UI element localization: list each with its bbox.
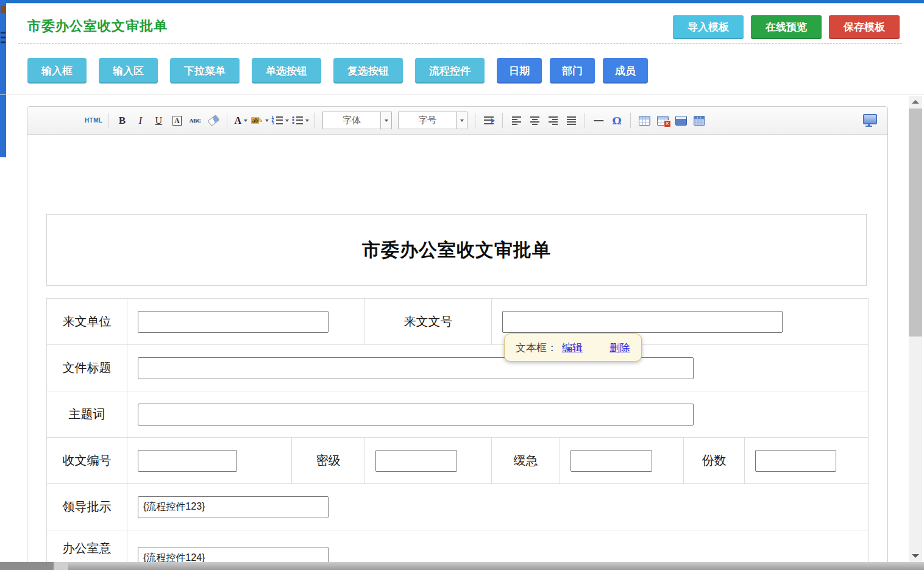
unordered-list-icon: ••• bbox=[291, 116, 303, 124]
triangle-down-icon bbox=[912, 554, 919, 558]
font-size-select[interactable]: 字号 bbox=[398, 112, 467, 129]
underline-icon: U bbox=[155, 115, 163, 126]
online-preview-button[interactable]: 在线预览 bbox=[751, 15, 822, 39]
save-template-button[interactable]: 保存模板 bbox=[829, 15, 900, 39]
import-template-button[interactable]: 导入模板 bbox=[673, 15, 744, 39]
special-character-button[interactable]: Ω bbox=[609, 112, 625, 130]
cell-incoming-unit bbox=[127, 299, 365, 345]
cell-secrecy bbox=[365, 438, 492, 484]
add-radio-button[interactable]: 单选按钮 bbox=[252, 58, 321, 84]
clipped-icon bbox=[1, 6, 5, 13]
table-row: 文件标题 bbox=[47, 345, 869, 391]
highlight-icon: ab bbox=[251, 116, 263, 124]
rich-text-editor: HTML B I U A ABC A bbox=[27, 106, 888, 570]
editor-toolbar: HTML B I U A ABC A bbox=[27, 107, 887, 135]
monitor-icon bbox=[863, 114, 877, 124]
font-color-button[interactable]: A bbox=[233, 112, 249, 130]
underline-button[interactable]: U bbox=[151, 112, 166, 130]
bottom-edge-segment bbox=[54, 562, 68, 570]
bold-icon: B bbox=[119, 115, 126, 127]
label-incoming-unit: 来文单位 bbox=[47, 299, 127, 345]
highlight-color-button[interactable]: ab bbox=[251, 112, 269, 130]
app-window: 市委办公室收文审批单 导入模板 在线预览 保存模板 输入框 输入区 下拉菜单 单… bbox=[0, 0, 924, 570]
component-toolbar: 输入框 输入区 下拉菜单 单选按钮 复选按钮 流程控件 日期 部门 成员 bbox=[27, 58, 656, 84]
cell-urgency bbox=[560, 438, 684, 484]
secrecy-input[interactable] bbox=[375, 450, 457, 472]
toolbar-separator bbox=[585, 113, 585, 128]
align-left-button[interactable] bbox=[508, 112, 524, 130]
italic-button[interactable]: I bbox=[132, 112, 148, 130]
tooltip-label: 文本框： bbox=[516, 341, 557, 355]
table-delete-icon bbox=[657, 116, 669, 126]
cell-doc-title bbox=[127, 345, 869, 391]
editor-content[interactable]: 市委办公室收文审批单 来文单位 来文文号 bbox=[27, 135, 887, 570]
ordered-list-button[interactable]: 123 bbox=[271, 112, 289, 130]
table-row: 收文编号 密级 缓急 份数 bbox=[47, 438, 869, 484]
leader-comments-input[interactable] bbox=[138, 496, 329, 518]
add-input-box-button[interactable]: 输入框 bbox=[27, 58, 87, 84]
indent-button[interactable] bbox=[481, 112, 497, 130]
bold-button[interactable]: B bbox=[114, 112, 130, 130]
incoming-doc-no-input[interactable] bbox=[502, 311, 783, 333]
align-justify-button[interactable] bbox=[563, 112, 579, 130]
strikethrough-button[interactable]: ABC bbox=[187, 112, 203, 130]
add-textarea-button[interactable]: 输入区 bbox=[99, 58, 158, 84]
table-column-properties-button[interactable] bbox=[691, 112, 707, 130]
dashed-divider bbox=[18, 43, 902, 44]
strikethrough-icon: ABC bbox=[190, 118, 201, 124]
toolbar-separator bbox=[315, 113, 315, 128]
cell-receipt-no bbox=[127, 438, 292, 484]
remove-format-button[interactable] bbox=[205, 112, 221, 130]
tooltip-edit-link[interactable]: 编辑 bbox=[562, 341, 583, 355]
urgency-input[interactable] bbox=[570, 450, 652, 472]
page-title: 市委办公室收文审批单 bbox=[27, 17, 168, 35]
align-justify-icon bbox=[567, 116, 576, 125]
incoming-unit-input[interactable] bbox=[138, 311, 329, 333]
scrollbar-thumb[interactable] bbox=[909, 109, 922, 337]
add-checkbox-button[interactable]: 复选按钮 bbox=[333, 58, 403, 84]
document-title-box: 市委办公室收文审批单 bbox=[46, 214, 867, 286]
vertical-scrollbar[interactable] bbox=[909, 96, 922, 562]
ordered-list-icon: 123 bbox=[271, 116, 283, 125]
unordered-list-button[interactable]: ••• bbox=[291, 112, 309, 130]
add-flow-control-button[interactable]: 流程控件 bbox=[415, 58, 485, 84]
indent-icon bbox=[484, 116, 494, 124]
select-arrow-button[interactable] bbox=[456, 112, 467, 129]
add-department-button[interactable]: 部门 bbox=[550, 58, 595, 84]
add-dropdown-button[interactable]: 下拉菜单 bbox=[170, 58, 240, 84]
add-member-button[interactable]: 成员 bbox=[603, 58, 648, 84]
tooltip-delete-link[interactable]: 删除 bbox=[609, 341, 630, 355]
source-code-button[interactable]: HTML bbox=[85, 112, 102, 130]
select-arrow-button[interactable] bbox=[380, 112, 391, 129]
chevron-down-icon bbox=[460, 119, 464, 122]
chevron-down-icon bbox=[285, 119, 289, 122]
insert-table-button[interactable] bbox=[636, 112, 652, 130]
label-secrecy: 密级 bbox=[292, 438, 365, 484]
field-tooltip: 文本框： 编辑 删除 bbox=[504, 333, 642, 362]
cell-copies bbox=[745, 438, 869, 484]
subject-words-input[interactable] bbox=[138, 404, 694, 426]
add-date-button[interactable]: 日期 bbox=[497, 58, 542, 84]
scroll-down-arrow[interactable] bbox=[909, 551, 922, 561]
fullscreen-button[interactable] bbox=[862, 112, 878, 130]
char-border-button[interactable]: A bbox=[169, 112, 185, 130]
label-incoming-doc-no: 来文文号 bbox=[365, 299, 492, 345]
table-properties-button[interactable] bbox=[673, 112, 689, 130]
horizontal-rule-button[interactable]: — bbox=[591, 112, 606, 130]
label-subject-words: 主题词 bbox=[47, 391, 127, 438]
label-leader-comments: 领导批示 bbox=[47, 484, 127, 530]
delete-table-button[interactable] bbox=[655, 112, 670, 130]
header-actions: 导入模板 在线预览 保存模板 bbox=[673, 15, 900, 39]
receipt-no-input[interactable] bbox=[138, 450, 237, 472]
align-center-icon bbox=[530, 116, 539, 125]
align-right-button[interactable] bbox=[545, 112, 561, 130]
copies-input[interactable] bbox=[755, 450, 836, 472]
toolbar-separator bbox=[475, 113, 475, 128]
font-family-select[interactable]: 字体 bbox=[322, 112, 392, 129]
table-row: 领导批示 bbox=[47, 484, 869, 530]
chevron-down-icon bbox=[265, 119, 269, 122]
scroll-up-arrow[interactable] bbox=[909, 97, 922, 107]
align-right-icon bbox=[549, 116, 558, 125]
horizontal-rule-icon: — bbox=[594, 115, 603, 126]
align-center-button[interactable] bbox=[527, 112, 542, 130]
